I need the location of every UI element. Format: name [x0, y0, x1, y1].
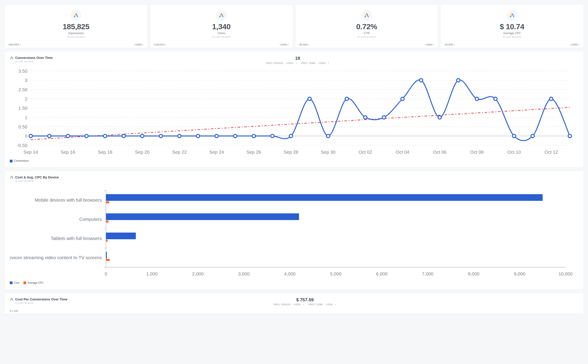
svg-point-60 — [419, 78, 423, 82]
legend-swatch-cpc — [23, 281, 26, 284]
clock-icon — [15, 180, 17, 182]
legend-swatch-cost — [10, 281, 13, 284]
panel-total: 19 — [53, 56, 542, 61]
kpi-delta-right: +100%↑ — [570, 43, 580, 46]
device-bar-chart[interactable]: Mobile devices with full browsersCompute… — [10, 186, 578, 279]
svg-text:Sep 26: Sep 26 — [247, 150, 261, 155]
svg-point-100 — [10, 300, 11, 301]
clock-icon — [15, 302, 17, 304]
kpi-value: 1,340 — [154, 22, 289, 31]
svg-text:9,000: 9,000 — [514, 271, 526, 276]
svg-text:0.50: 0.50 — [19, 124, 27, 129]
svg-text:1,000: 1,000 — [146, 271, 158, 276]
svg-text:Sep 14: Sep 14 — [23, 150, 38, 155]
clock-icon — [15, 61, 17, 63]
kpi-delta-left: -60.44%↓ — [299, 43, 310, 46]
kpi-label: Impressions — [8, 32, 144, 35]
panel-period: LAST 30 DAYS — [15, 60, 53, 63]
svg-point-52 — [271, 134, 274, 138]
y-tick-peek: $ 1,200 — [10, 310, 578, 312]
panel-period: LAST 30 DAYS — [15, 180, 59, 182]
kpi-card-clicks: 1,340 Clicks LAST 30 DAYS +138.01%↑ +100… — [150, 5, 293, 48]
svg-point-54 — [308, 97, 311, 101]
svg-text:5,000: 5,000 — [330, 271, 342, 276]
svg-point-67 — [550, 97, 553, 101]
google-ads-icon — [216, 10, 227, 20]
svg-point-57 — [364, 116, 367, 119]
panel-period: LAST 30 DAYS — [15, 302, 67, 304]
kpi-period: LAST 30 DAYS — [503, 36, 521, 38]
svg-text:3.50: 3.50 — [19, 68, 27, 74]
clock-icon — [503, 36, 505, 38]
svg-point-0 — [74, 16, 75, 17]
svg-text:Oct 10: Oct 10 — [507, 150, 521, 155]
clock-icon — [358, 36, 360, 38]
svg-point-50 — [234, 134, 237, 138]
svg-point-48 — [196, 134, 200, 138]
svg-text:Oct 12: Oct 12 — [544, 150, 558, 155]
svg-text:Sep 30: Sep 30 — [321, 150, 335, 155]
kpi-value: $ 10.74 — [444, 22, 580, 31]
svg-point-43 — [103, 134, 107, 138]
svg-point-64 — [494, 97, 497, 101]
svg-text:2.50: 2.50 — [19, 87, 27, 92]
svg-text:1.50: 1.50 — [19, 105, 27, 111]
kpi-label: Average CPC — [444, 32, 580, 35]
svg-point-39 — [29, 134, 32, 138]
google-ads-icon — [10, 297, 13, 301]
svg-text:Mobile devices with full brows: Mobile devices with full browsers — [35, 197, 102, 202]
clock-icon — [212, 36, 214, 38]
svg-text:Sep 20: Sep 20 — [135, 150, 149, 155]
google-ads-icon — [71, 10, 81, 20]
prev-year-delta: PREV. YEAR: +100% ↑ — [301, 62, 329, 65]
prev-year-delta: PREV. YEAR: +100% ↑ — [308, 303, 337, 306]
kpi-period: LAST 30 DAYS — [212, 36, 230, 38]
svg-point-55 — [327, 134, 330, 138]
svg-rect-73 — [106, 194, 543, 201]
panel-title: Conversions Over Time — [10, 56, 53, 59]
svg-text:10,000: 10,000 — [559, 271, 573, 276]
svg-point-46 — [159, 134, 163, 138]
svg-text:8,000: 8,000 — [468, 271, 480, 276]
chart-legend: Cost Average CPC — [10, 281, 578, 284]
kpi-label: Clicks — [154, 32, 289, 35]
svg-point-66 — [531, 134, 535, 138]
svg-text:Oct 02: Oct 02 — [359, 150, 372, 155]
svg-text:Sep 16: Sep 16 — [60, 150, 75, 155]
kpi-delta-right: +100%↑ — [280, 43, 289, 46]
svg-point-3 — [510, 16, 511, 17]
svg-point-56 — [345, 97, 348, 101]
svg-point-53 — [289, 134, 293, 138]
svg-rect-81 — [106, 233, 136, 239]
kpi-card-impressions: 185,825 Impressions LAST 30 DAYS +500.95… — [5, 5, 147, 48]
svg-point-61 — [438, 116, 441, 119]
google-ads-icon — [10, 175, 13, 179]
kpi-period: LAST 30 DAYS — [358, 36, 376, 38]
svg-text:Devices streaming video conten: Devices streaming video content to TV sc… — [10, 255, 102, 260]
svg-text:3: 3 — [25, 78, 27, 83]
chart-legend: Conversions — [10, 159, 578, 162]
panel-cost-per-conversions: Cost Per Conversions Over Time LAST 30 D… — [5, 293, 583, 314]
svg-text:-0.50: -0.50 — [17, 143, 27, 148]
kpi-delta-left: +500.95%↑ — [8, 43, 21, 46]
kpi-delta-right: +100%↑ — [134, 43, 144, 46]
svg-rect-85 — [106, 252, 107, 259]
panel-cost-cpc-by-device: Cost & Avg. CPC By Device LAST 30 DAYS M… — [5, 171, 583, 289]
svg-text:2: 2 — [25, 96, 27, 102]
svg-rect-78 — [106, 220, 108, 222]
svg-point-51 — [252, 134, 255, 138]
kpi-delta-left: +138.01%↑ — [154, 43, 167, 46]
kpi-row: 185,825 Impressions LAST 30 DAYS +500.95… — [5, 5, 583, 48]
google-ads-icon — [10, 56, 13, 59]
google-ads-icon — [507, 10, 517, 20]
panel-title: Cost Per Conversions Over Time — [10, 297, 67, 301]
legend-swatch-conversions — [10, 160, 13, 162]
svg-point-47 — [178, 134, 181, 138]
svg-point-65 — [512, 134, 516, 138]
svg-point-62 — [457, 78, 460, 82]
svg-text:Computers: Computers — [79, 217, 102, 222]
svg-point-1 — [219, 16, 221, 17]
conversions-line-chart[interactable]: -0.5000.5011.5022.5033.50Sep 14Sep 16Sep… — [10, 68, 578, 157]
google-ads-icon — [361, 10, 372, 20]
svg-text:Sep 24: Sep 24 — [209, 150, 224, 155]
